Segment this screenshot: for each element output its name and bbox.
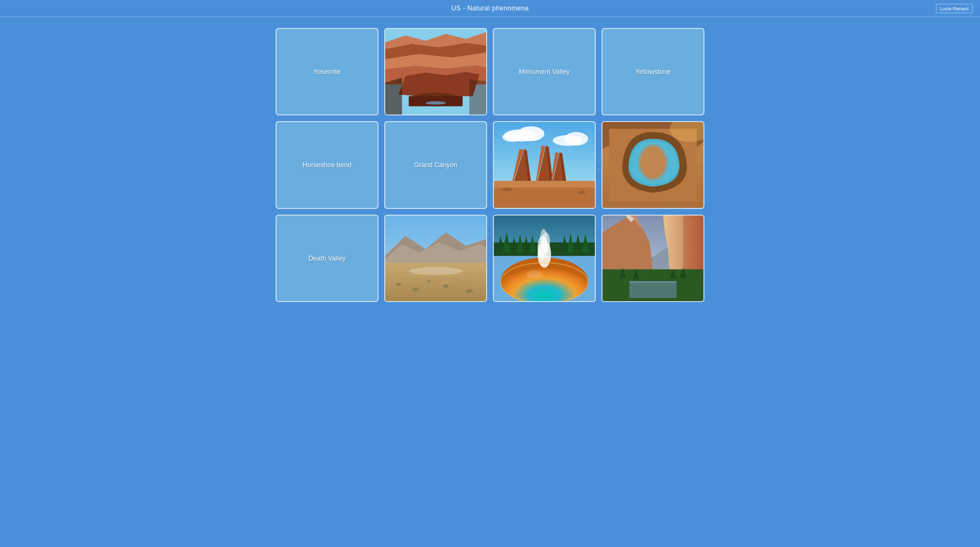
grand-canyon-svg [385,29,486,114]
svg-marker-7 [399,72,480,97]
card-yellowstone-image[interactable] [493,215,596,302]
svg-point-18 [565,132,588,146]
svg-point-31 [577,191,585,194]
monument-valley-svg [494,122,595,208]
svg-rect-80 [629,281,677,298]
card-grand-canyon[interactable]: Grand Canyon [384,121,487,208]
card-monument-valley[interactable]: Monument Valley [493,28,596,115]
app-header: US - Natural phenomena Lucie Renard [0,0,980,17]
svg-point-47 [396,283,402,286]
svg-point-12 [426,101,446,105]
card-label-horseshoe-bend: Horseshoe bend [277,161,378,169]
svg-point-16 [502,133,522,142]
svg-point-51 [426,280,431,282]
card-horseshoe-bend[interactable]: Horseshoe bend [276,121,379,208]
svg-marker-11 [469,80,486,115]
page-title: US - Natural phenomena [451,5,529,12]
svg-point-35 [640,146,665,178]
yosemite-svg [602,215,703,301]
card-yosemite-image[interactable] [601,215,704,302]
card-death-valley[interactable]: Death Valley [276,215,379,302]
svg-point-52 [409,267,463,275]
card-grid: Yosemite Monument V [231,17,749,313]
horseshoe-svg [602,122,703,208]
svg-point-50 [466,289,473,293]
svg-marker-10 [385,78,402,114]
card-label-yosemite: Yosemite [277,68,378,76]
svg-point-49 [443,284,449,288]
card-label-yellowstone: Yellowstone [602,68,703,76]
svg-point-48 [412,288,419,292]
svg-point-30 [502,188,512,191]
svg-rect-81 [629,281,677,283]
death-valley-svg [385,215,486,301]
card-label-monument-valley: Monument Valley [494,68,595,76]
card-death-valley-image[interactable] [384,215,487,302]
card-yellowstone[interactable]: Yellowstone [601,28,704,115]
card-grand-canyon-image[interactable] [384,28,487,115]
card-horseshoe-aerial-image[interactable] [601,121,704,208]
card-yosemite[interactable]: Yosemite [276,28,379,115]
svg-point-69 [540,229,547,246]
card-monument-valley-image[interactable] [493,121,596,208]
card-label-grand-canyon: Grand Canyon [385,161,486,169]
yellowstone-svg [494,215,595,301]
card-label-death-valley: Death Valley [277,254,378,262]
user-button[interactable]: Lucie Renard [936,4,973,13]
svg-point-71 [526,270,543,278]
